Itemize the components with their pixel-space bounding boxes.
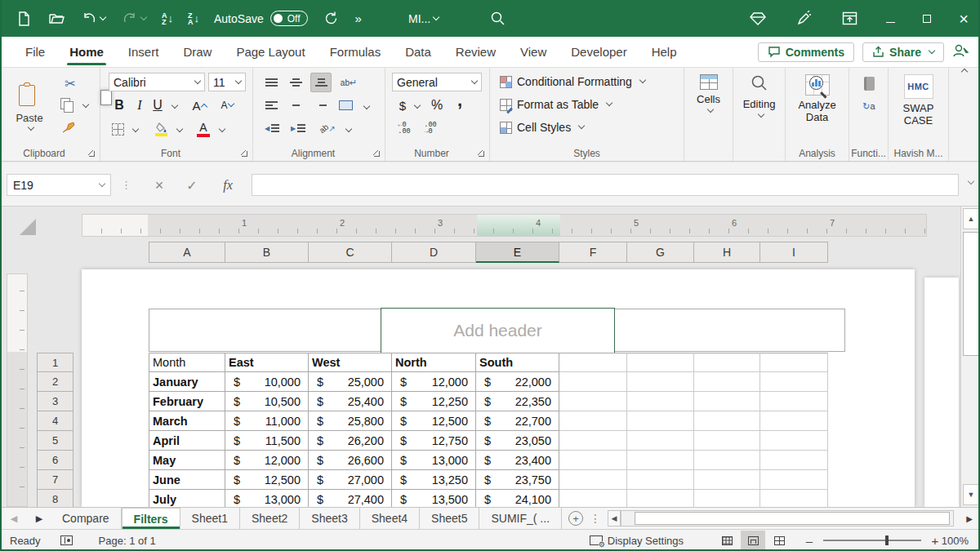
orientation-dropdown-icon[interactable]: [345, 126, 352, 132]
more-commands-icon[interactable]: »: [355, 11, 362, 25]
grid-cell[interactable]: $23,050: [476, 431, 559, 451]
sheet-tab-sheet2[interactable]: Sheet2: [240, 508, 300, 529]
column-header-a[interactable]: A: [149, 242, 225, 263]
vertical-scrollbar[interactable]: ▲ ▼: [960, 207, 980, 507]
row-header-7[interactable]: 7: [37, 470, 74, 490]
zoom-slider[interactable]: [823, 540, 921, 541]
decrease-indent-button[interactable]: ◀: [261, 120, 283, 136]
percent-format-button[interactable]: %: [428, 96, 446, 115]
grow-font-button[interactable]: A: [189, 96, 210, 115]
grid-cell[interactable]: $12,000: [392, 372, 476, 392]
cells-button[interactable]: Cells: [688, 71, 729, 143]
number-format-select[interactable]: General: [392, 73, 482, 91]
hscroll-right-icon[interactable]: ▶: [959, 508, 980, 529]
align-middle-button[interactable]: [286, 74, 305, 91]
editing-button[interactable]: Editing: [737, 71, 782, 143]
row-header-8[interactable]: 8: [37, 490, 74, 507]
swap-case-button[interactable]: HMC SWAPCASE: [892, 71, 945, 143]
cell-styles-button[interactable]: Cell Styles: [495, 117, 589, 138]
grid-cell[interactable]: [627, 353, 694, 372]
macro-record-icon[interactable]: [51, 535, 82, 545]
wrap-text-button[interactable]: ab↵: [338, 74, 359, 91]
cancel-formula-button[interactable]: ×: [149, 176, 170, 195]
grid-cell[interactable]: [694, 470, 760, 490]
grid-cell[interactable]: North: [392, 353, 476, 372]
tab-bar-resize-handle[interactable]: ⋮: [590, 508, 601, 529]
grid-cell[interactable]: [627, 411, 694, 431]
grid-cell[interactable]: $22,350: [476, 392, 559, 411]
page-layout-view-button[interactable]: [741, 531, 765, 550]
grid-cell[interactable]: $24,100: [476, 490, 559, 507]
hscroll-left-icon[interactable]: ◀: [608, 510, 621, 527]
font-dialog-launcher[interactable]: [240, 149, 248, 158]
grid-cell[interactable]: $10,500: [225, 392, 309, 411]
grid-cell[interactable]: $12,500: [392, 411, 476, 431]
paste-button[interactable]: Paste: [11, 73, 47, 141]
autosave-toggle[interactable]: AutoSave Off: [214, 11, 308, 26]
grid-cell[interactable]: [760, 411, 828, 431]
grid-cell[interactable]: $13,000: [392, 451, 476, 470]
grid-cell[interactable]: $23,750: [476, 470, 559, 490]
grid-cell[interactable]: [559, 451, 627, 470]
grid-cell[interactable]: [760, 353, 828, 372]
close-button[interactable]: ×: [959, 11, 969, 27]
open-folder-icon[interactable]: [47, 10, 65, 28]
row-header-4[interactable]: 4: [37, 411, 74, 431]
scroll-down-button[interactable]: ▼: [963, 484, 979, 505]
redo-button[interactable]: [121, 10, 147, 28]
sort-az-icon[interactable]: AZ↓: [162, 12, 173, 25]
grid-cell[interactable]: $11,500: [225, 431, 309, 451]
grid-cell[interactable]: East: [225, 353, 309, 372]
currency-dropdown-icon[interactable]: [414, 102, 421, 109]
grid-cell[interactable]: [627, 470, 694, 490]
grid-cell[interactable]: $27,400: [309, 490, 392, 507]
row-header-5[interactable]: 5: [37, 431, 74, 451]
page-header-strip[interactable]: Add header: [149, 309, 845, 352]
align-right-button[interactable]: [310, 97, 330, 113]
grid-cell[interactable]: [627, 451, 694, 470]
tab-home[interactable]: Home: [57, 37, 116, 68]
grid-cell[interactable]: [694, 392, 760, 411]
grid-cell[interactable]: $26,200: [309, 431, 392, 451]
grid-cell[interactable]: [694, 411, 760, 431]
grid-cell[interactable]: [559, 372, 627, 392]
clipboard-dialog-launcher[interactable]: [87, 149, 96, 158]
share-button[interactable]: Share: [862, 42, 944, 62]
zoom-in-button[interactable]: +: [929, 534, 941, 548]
align-top-button[interactable]: [261, 74, 281, 91]
align-center-button[interactable]: [286, 97, 305, 113]
page-break-view-button[interactable]: [767, 531, 791, 550]
grid-cell[interactable]: February: [149, 392, 225, 411]
tab-insert[interactable]: Insert: [116, 37, 172, 68]
column-header-d[interactable]: D: [392, 242, 476, 263]
increase-decimal-button[interactable]: ←0.00: [394, 118, 415, 138]
column-header-f[interactable]: F: [559, 242, 627, 263]
sign-in-person-icon[interactable]: [952, 43, 969, 60]
grid-cell[interactable]: January: [149, 372, 225, 392]
tab-formulas[interactable]: Formulas: [318, 37, 394, 68]
underline-button[interactable]: U: [149, 96, 166, 115]
sheet-tab-sheet5[interactable]: Sheet5: [420, 508, 479, 529]
orientation-button[interactable]: ab↗: [317, 118, 338, 138]
sheet-tab-filters[interactable]: Filters: [122, 508, 180, 529]
coming-soon-pen-icon[interactable]: [795, 10, 813, 28]
select-all-corner[interactable]: [20, 219, 36, 235]
grid-cell[interactable]: $25,800: [309, 411, 392, 431]
font-color-button[interactable]: A: [194, 118, 213, 140]
grid-cell[interactable]: $25,000: [309, 372, 392, 392]
align-bottom-button[interactable]: [310, 73, 332, 92]
tab-help[interactable]: Help: [639, 37, 689, 68]
grid-cell[interactable]: [559, 490, 627, 507]
row-header-1[interactable]: 1: [37, 353, 74, 372]
font-color-dropdown-icon[interactable]: [219, 126, 225, 132]
grid-cell[interactable]: [694, 431, 760, 451]
grid-cell[interactable]: [559, 431, 627, 451]
new-file-icon[interactable]: [15, 10, 33, 28]
search-icon[interactable]: [488, 9, 506, 27]
grid-cell[interactable]: [627, 372, 694, 392]
tab-view[interactable]: View: [508, 37, 559, 68]
maximize-button[interactable]: [923, 12, 931, 25]
normal-view-button[interactable]: [715, 531, 739, 550]
column-header-b[interactable]: B: [225, 242, 309, 263]
grid-cell[interactable]: $12,250: [392, 392, 476, 411]
